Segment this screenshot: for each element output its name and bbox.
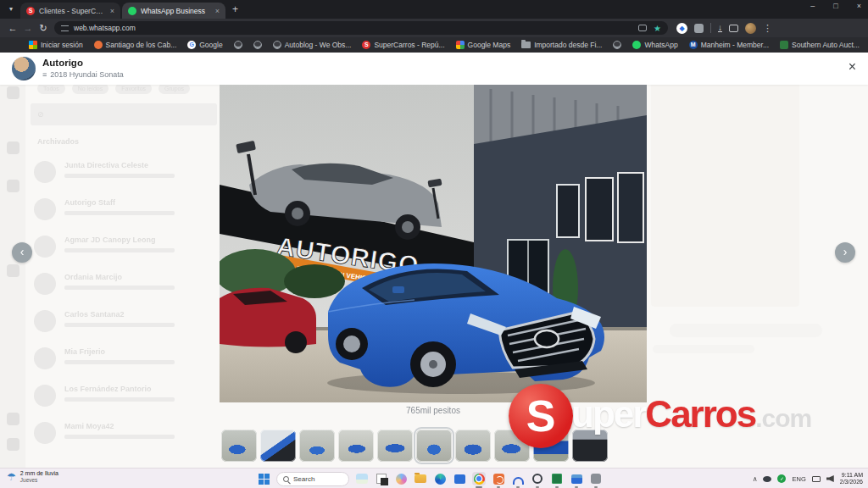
sender-name: Autorigo	[42, 58, 83, 68]
language-switcher[interactable]: ENG	[792, 475, 805, 483]
bookmark-whatsapp[interactable]: WhatsApp	[632, 41, 677, 49]
address-bar[interactable]: web.whatsapp.com ★	[54, 21, 668, 35]
downloads-icon[interactable]: ↓	[718, 24, 722, 32]
browser-menu-icon[interactable]: ⋮	[763, 23, 772, 34]
bookmark-manheim[interactable]: MManheim - Member...	[689, 41, 769, 49]
bookmark-label: Southern Auto Auct...	[792, 41, 860, 49]
bookmark-star-icon[interactable]: ★	[654, 24, 661, 33]
tab-search-icon[interactable]: ▾	[5, 3, 17, 15]
close-tab-icon[interactable]: ×	[215, 7, 220, 15]
bookmark-santiago[interactable]: Santiago de los Cab...	[94, 41, 177, 49]
clock[interactable]: 9:11 AM 2/3/2026	[840, 472, 863, 486]
copilot-icon[interactable]	[394, 472, 408, 485]
thumbnail-5[interactable]	[377, 430, 413, 462]
tray-app-icon[interactable]	[763, 476, 771, 482]
bookmark-folder-importado[interactable]: Importado desde Fi...	[521, 41, 602, 49]
pinned-extension-icon[interactable]: ◆	[676, 23, 687, 34]
google-maps-icon	[456, 41, 465, 49]
site-icon	[94, 41, 103, 49]
arc-app-icon[interactable]	[511, 472, 525, 485]
back-button[interactable]: ←	[5, 23, 20, 33]
bookmark-southern-auto[interactable]: Southern Auto Auct...	[780, 41, 860, 49]
globe-icon	[234, 41, 242, 49]
bookmark-site[interactable]	[613, 41, 621, 49]
close-viewer-icon[interactable]: ×	[849, 59, 856, 75]
minimize-button[interactable]: –	[810, 2, 815, 10]
send-to-device-icon[interactable]	[638, 25, 647, 31]
browser-tab-strip: ▾ S Clientes - SuperCarros.com × WhatsAp…	[0, 0, 868, 19]
sender-avatar[interactable]	[12, 57, 36, 80]
task-view-icon[interactable]	[375, 472, 388, 485]
chrome-icon[interactable]	[472, 472, 486, 485]
thumbnail-3[interactable]	[299, 430, 335, 462]
new-tab-button[interactable]: +	[232, 3, 238, 15]
muted-notifications-banner: ⊘	[31, 103, 217, 125]
tray-overflow-icon[interactable]: ∧	[753, 475, 758, 483]
media-caption: 765mil pesitos	[220, 406, 647, 415]
tab-whatsapp-business[interactable]: WhatsApp Business ×	[122, 3, 225, 19]
widgets-icon[interactable]	[355, 472, 369, 485]
maximize-button[interactable]: □	[833, 2, 837, 10]
divider	[710, 23, 711, 33]
mail-app-icon[interactable]	[570, 472, 583, 485]
extensions-icon[interactable]	[694, 24, 704, 33]
side-panel-icon[interactable]	[729, 25, 738, 32]
archived-row: Archivados	[37, 137, 79, 146]
close-window-button[interactable]: ×	[857, 2, 861, 10]
next-photo-button[interactable]: ›	[835, 242, 855, 263]
supercarros-icon: S	[362, 41, 370, 49]
start-button[interactable]	[257, 472, 270, 485]
manheim-icon: M	[689, 41, 698, 49]
viewer-header: Autorigo ≡ 2018 Hyundai Sonata ×	[0, 53, 868, 85]
edge-icon[interactable]	[433, 472, 447, 485]
weather-widget[interactable]: ☂ 2 mm de lluvia Jueves	[7, 470, 58, 484]
sync-app-icon[interactable]	[492, 472, 505, 485]
bookmark-site[interactable]	[234, 41, 242, 49]
bookmarks-bar: Iniciar sesión Santiago de los Cab... GG…	[0, 37, 868, 53]
bookmark-supercarros[interactable]: SSuperCarros - Repú...	[362, 41, 444, 49]
bookmark-site[interactable]	[253, 41, 262, 49]
site-icon	[780, 41, 788, 49]
search-label: Search	[293, 475, 314, 483]
bookmark-autoblog[interactable]: Autoblog - We Obs...	[273, 41, 352, 49]
toolbox-app-icon[interactable]	[453, 472, 466, 485]
thumbnail-8[interactable]	[494, 430, 530, 462]
thumbnail-4[interactable]	[338, 430, 374, 462]
security-shield-icon[interactable]: ✓	[777, 474, 786, 483]
tab-clientes-supercarros[interactable]: S Clientes - SuperCarros.com ×	[20, 3, 120, 19]
thumbnail-9[interactable]	[533, 430, 569, 462]
previous-photo-button[interactable]: ‹	[12, 242, 32, 263]
thumbnail-6-selected[interactable]	[416, 430, 452, 462]
excel-icon[interactable]	[550, 472, 564, 485]
taskbar-search[interactable]: Search	[276, 472, 349, 486]
url-text: web.whatsapp.com	[74, 24, 633, 32]
profile-avatar[interactable]	[745, 23, 756, 34]
thumbnail-1[interactable]	[221, 430, 257, 462]
globe-icon	[613, 41, 621, 49]
whatsapp-media-viewer: Busca un chat o inicia uno nuevo Todos N…	[0, 53, 868, 468]
bookmark-google[interactable]: GGoogle	[187, 41, 222, 49]
bookmark-label: Manheim - Member...	[701, 41, 769, 49]
whatsapp-icon	[632, 41, 641, 49]
volume-icon[interactable]	[826, 475, 834, 482]
reload-button[interactable]: ↻	[36, 23, 51, 34]
thumbnail-7[interactable]	[455, 430, 491, 462]
file-explorer-icon[interactable]	[414, 472, 427, 485]
bookmark-label: SuperCarros - Repú...	[374, 41, 444, 49]
site-info-icon[interactable]	[61, 25, 69, 31]
bookmark-label: Google	[199, 41, 222, 49]
pinned-app-icon[interactable]	[589, 472, 603, 485]
windows-taskbar: ☂ 2 mm de lluvia Jueves Search	[0, 468, 868, 488]
forward-button[interactable]: →	[20, 23, 36, 33]
thumbnail-strip	[221, 430, 608, 462]
bookmark-label: Importado desde Fi...	[534, 41, 602, 49]
globe-icon	[273, 41, 281, 49]
thumbnail-2[interactable]	[260, 430, 296, 462]
bookmark-iniciar-sesion[interactable]: Iniciar sesión	[29, 41, 83, 49]
network-icon[interactable]	[812, 476, 821, 482]
close-tab-icon[interactable]: ×	[110, 7, 114, 15]
bookmark-google-maps[interactable]: Google Maps	[456, 41, 511, 49]
ring-app-icon[interactable]	[531, 472, 544, 485]
microsoft-icon	[29, 41, 37, 49]
thumbnail-10[interactable]	[572, 430, 608, 462]
